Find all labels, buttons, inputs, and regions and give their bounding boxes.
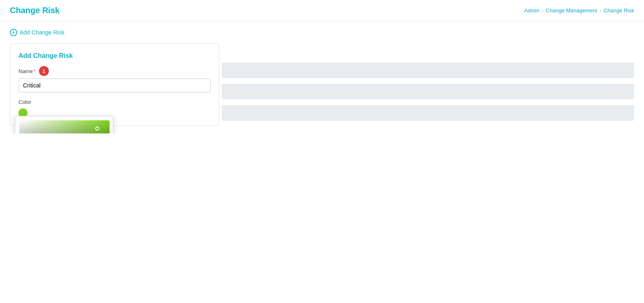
breadcrumb-sep-1: › bbox=[542, 8, 543, 13]
step-badge-1: 1 bbox=[39, 66, 49, 76]
skeleton-row-2 bbox=[222, 84, 634, 99]
add-link-label: Add Change Risk bbox=[20, 29, 64, 36]
color-label: Color bbox=[18, 99, 211, 105]
breadcrumb-change-risk[interactable]: Change Risk bbox=[604, 7, 634, 14]
breadcrumb: Admin › Change Management › Change Risk bbox=[524, 7, 634, 14]
color-gradient-area[interactable]: 2 bbox=[19, 120, 110, 133]
required-star: * bbox=[34, 68, 36, 74]
name-input[interactable] bbox=[18, 78, 211, 92]
header: Change Risk Admin › Change Management › … bbox=[0, 0, 644, 21]
page-title: Change Risk bbox=[10, 6, 60, 15]
add-change-risk-link[interactable]: + Add Change Risk bbox=[10, 29, 64, 36]
form-title: Add Change Risk bbox=[18, 52, 211, 60]
breadcrumb-change-management[interactable]: Change Management bbox=[546, 7, 597, 14]
skeleton-area bbox=[222, 62, 634, 121]
breadcrumb-admin[interactable]: Admin bbox=[524, 7, 539, 14]
form-card: Add Change Risk Name * 1 Color bbox=[10, 44, 219, 126]
breadcrumb-sep-2: › bbox=[600, 8, 601, 13]
page-content: + Add Change Risk Add Change Risk Name *… bbox=[0, 21, 644, 133]
skeleton-row-3 bbox=[222, 105, 634, 121]
picker-dot[interactable] bbox=[95, 126, 99, 131]
plus-icon: + bbox=[10, 29, 17, 36]
skeleton-row-1 bbox=[222, 62, 634, 78]
name-label: Name * 1 bbox=[18, 66, 211, 76]
color-picker-popup: 2 Hex R bbox=[15, 116, 113, 133]
